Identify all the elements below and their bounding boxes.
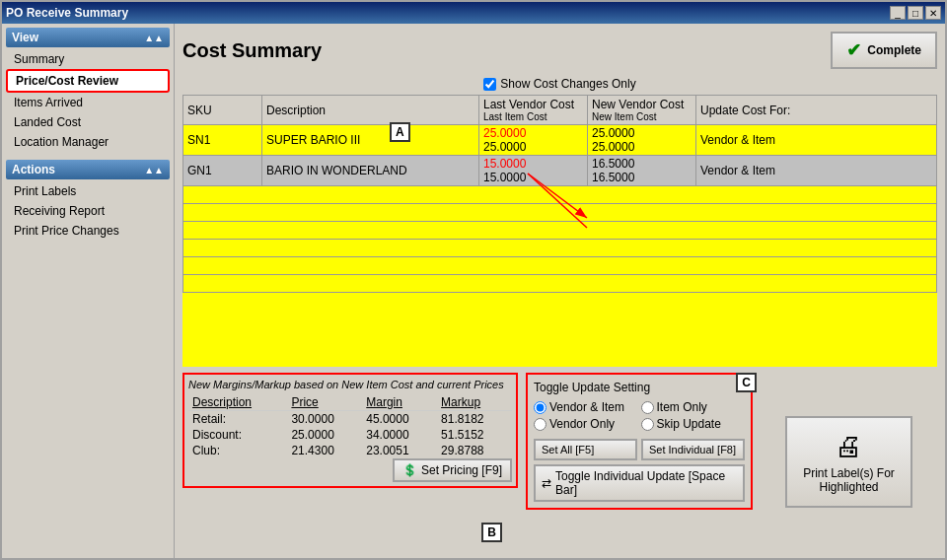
sidebar-item-price-cost-review[interactable]: Price/Cost Review [6,69,170,93]
cell-last-vendor: 25.0000 25.0000 [479,125,588,156]
radio-vendor-item[interactable]: Vendor & Item [534,400,638,414]
complete-checkmark-icon: ✔ [846,39,861,61]
radio-skip-update[interactable]: Skip Update [641,417,746,431]
radio-item-only[interactable]: Item Only [641,400,746,414]
cell-sku: GN1 [183,156,262,186]
set-pricing-area: 💲 Set Pricing [F9] [188,458,512,482]
cell-last-vendor: 15.0000 15.0000 [479,156,588,186]
show-cost-row: Show Cost Changes Only [182,77,937,91]
view-section: View ▲▲ Summary Price/Cost Review Items … [6,28,170,152]
margins-row-club: Club: 21.4300 23.0051 29.8788 [188,443,512,458]
pricing-icon: 💲 [402,463,417,477]
toggle-section: Toggle Update Setting Vendor & Item Item… [526,373,753,510]
table-row-empty [183,275,937,293]
sidebar-item-print-labels[interactable]: Print Labels [6,181,170,201]
sidebar-item-landed-cost[interactable]: Landed Cost [6,112,170,132]
radio-skip-update-input[interactable] [641,418,654,431]
margins-col-price: Price [287,394,362,411]
callout-a: A [390,122,410,142]
show-cost-changes-label: Show Cost Changes Only [500,77,635,91]
print-section: 🖨 Print Label(s) ForHighlighted [761,373,937,550]
col-update: Update Cost For: [696,96,937,125]
radio-vendor-item-input[interactable] [534,401,546,414]
view-header: View ▲▲ [6,28,170,47]
radio-vendor-only[interactable]: Vendor Only [534,417,638,431]
main-window: PO Receive Summary _ □ ✕ View ▲▲ Summary… [0,0,947,560]
actions-section: Actions ▲▲ Print Labels Receiving Report… [6,160,170,241]
margins-col-desc: Description [188,394,287,411]
title-bar: PO Receive Summary _ □ ✕ [2,2,945,24]
table-row-empty [183,240,937,257]
table-row-empty [183,204,937,222]
actions-collapse-icon[interactable]: ▲▲ [144,165,164,175]
margins-box: New Margins/Markup based on New Item Cos… [182,373,518,488]
minimize-button[interactable]: _ [890,6,906,20]
margins-title: New Margins/Markup based on New Item Cos… [188,379,512,390]
panel-title: Cost Summary [182,39,322,62]
toggle-icon: ⇄ [542,476,551,490]
actions-header: Actions ▲▲ [6,160,170,179]
toggle-title: Toggle Update Setting [534,381,745,394]
table-row-empty [183,257,937,275]
toggle-individual-button[interactable]: ⇄ Toggle Individual Update [Space Bar] [534,464,745,502]
margins-row-retail: Retail: 30.0000 45.0000 81.8182 [188,411,512,428]
window-title: PO Receive Summary [6,6,128,20]
table-row-empty [183,186,937,204]
right-panel: Cost Summary ✔ Complete Show Cost Change… [175,24,945,558]
col-description: Description [262,96,479,125]
cost-table: SKU Description Last Vendor Cost Last It… [182,95,937,293]
complete-button[interactable]: ✔ Complete [831,32,937,69]
set-individual-button[interactable]: Set Individual [F8] [641,439,745,460]
bottom-section: New Margins/Markup based on New Item Cos… [182,373,937,550]
radio-group: Vendor & Item Item Only Vendor Only [534,400,745,431]
sidebar-item-items-arrived[interactable]: Items Arrived [6,93,170,112]
close-button[interactable]: ✕ [925,6,941,20]
cell-new-vendor: 25.0000 25.0000 [588,125,696,156]
maximize-button[interactable]: □ [908,6,923,20]
callout-c: C [736,373,757,392]
table-row[interactable]: SN1 SUPER BARIO III 25.0000 25.0000 25.0… [183,125,937,156]
print-icon: 🖨 [803,430,895,462]
cell-sku: SN1 [183,125,262,156]
title-bar-controls: _ □ ✕ [890,6,941,20]
show-cost-changes-checkbox[interactable] [483,78,496,91]
view-collapse-icon[interactable]: ▲▲ [144,33,164,43]
toggle-buttons: Set All [F5] Set Individual [F8] ⇄ Toggl… [534,439,745,502]
col-sku: SKU [183,96,262,125]
table-row[interactable]: GN1 BARIO IN WONDERLAND 15.0000 15.0000 … [183,156,937,186]
margins-col-markup: Markup [437,394,512,411]
set-pricing-button[interactable]: 💲 Set Pricing [F9] [393,458,512,482]
cell-update: Vendor & Item [696,156,937,186]
set-all-button[interactable]: Set All [F5] [534,439,637,460]
margins-row-discount: Discount: 25.0000 34.0000 51.5152 [188,427,512,443]
print-labels-button[interactable]: 🖨 Print Label(s) ForHighlighted [785,416,912,508]
sidebar-item-print-price-changes[interactable]: Print Price Changes [6,221,170,241]
cell-update: Vendor & Item [696,125,937,156]
table-row-empty [183,222,937,240]
cell-new-vendor: 16.5000 16.5000 [588,156,696,186]
main-content: View ▲▲ Summary Price/Cost Review Items … [2,24,945,558]
col-new-vendor: New Vendor Cost New Item Cost [588,96,696,125]
radio-item-only-input[interactable] [641,401,654,414]
sidebar-item-location-manager[interactable]: Location Manager [6,132,170,152]
cell-description: SUPER BARIO III [262,125,479,156]
radio-vendor-only-input[interactable] [534,418,546,431]
margins-table: Description Price Margin Markup Retail: … [188,394,512,458]
panel-header: Cost Summary ✔ Complete [182,32,937,69]
callout-b: B [481,523,502,542]
sidebar-item-receiving-report[interactable]: Receiving Report [6,201,170,221]
col-last-vendor: Last Vendor Cost Last Item Cost [479,96,588,125]
sidebar: View ▲▲ Summary Price/Cost Review Items … [2,24,175,558]
margins-col-margin: Margin [362,394,437,411]
cell-description: BARIO IN WONDERLAND [262,156,479,186]
print-label: Print Label(s) ForHighlighted [803,466,895,494]
sidebar-item-summary[interactable]: Summary [6,49,170,69]
